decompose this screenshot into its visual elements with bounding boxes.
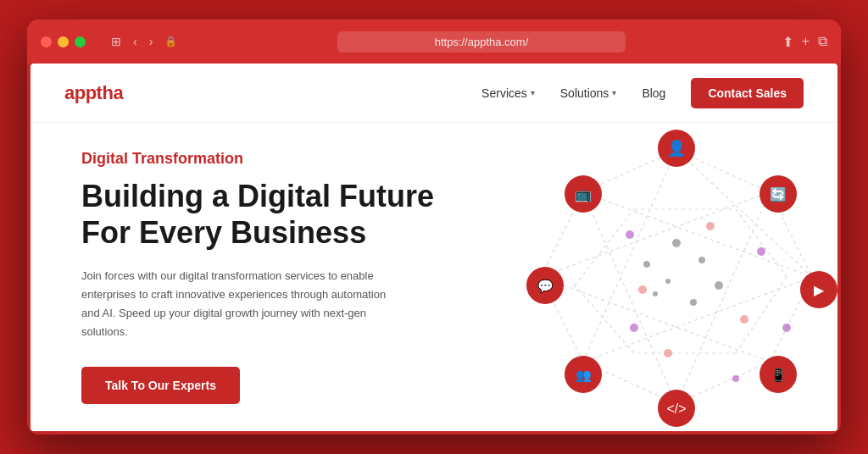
windows-icon[interactable]: ⧉ [818, 34, 827, 49]
browser-actions: ⬆ + ⧉ [782, 34, 827, 50]
address-bar [191, 31, 771, 53]
svg-point-28 [653, 291, 658, 296]
minimize-button[interactable] [58, 36, 69, 47]
url-input[interactable] [337, 31, 626, 53]
maximize-button[interactable] [75, 36, 86, 47]
network-visualization: 👤 📺 🔄 💬 ▶ 👥 [498, 125, 837, 429]
svg-line-17 [736, 209, 787, 277]
svg-point-31 [630, 324, 638, 332]
hero-subtitle: Digital Transformation [81, 150, 434, 168]
svg-point-29 [757, 247, 765, 256]
logo[interactable]: apptha [64, 82, 123, 104]
forward-button[interactable]: › [146, 34, 157, 49]
chevron-down-icon: ▾ [612, 88, 616, 97]
svg-line-11 [541, 277, 770, 362]
navbar: apptha Services ▾ Solutions ▾ Blog Conta… [31, 64, 837, 123]
svg-text:</>: </> [666, 401, 686, 416]
svg-line-21 [575, 209, 634, 285]
lock-icon: 🔒 [161, 35, 181, 48]
tab-icon[interactable]: ⊞ [108, 34, 125, 49]
hero-description: Join forces with our digital transformat… [81, 267, 395, 341]
svg-point-24 [715, 281, 723, 290]
svg-text:🔄: 🔄 [770, 186, 787, 202]
svg-text:▶: ▶ [814, 283, 825, 297]
close-button[interactable] [41, 36, 52, 47]
svg-point-25 [690, 299, 697, 306]
svg-point-23 [698, 257, 705, 263]
svg-point-22 [672, 239, 681, 247]
hero-title: Building a Digital Future For Every Busi… [81, 178, 434, 251]
add-tab-icon[interactable]: + [802, 34, 810, 49]
svg-point-32 [626, 230, 634, 239]
svg-line-18 [736, 277, 787, 353]
svg-text:💬: 💬 [537, 279, 554, 294]
browser-window: ⊞ ‹ › 🔒 ⬆ + ⧉ apptha Services ▾ Solut [27, 19, 841, 435]
svg-line-9 [676, 192, 770, 404]
svg-text:📱: 📱 [771, 368, 787, 383]
nav-solutions[interactable]: Solutions ▾ [560, 86, 617, 100]
svg-point-36 [664, 349, 672, 357]
svg-line-8 [676, 150, 812, 277]
svg-text:📺: 📺 [575, 186, 592, 202]
share-icon[interactable]: ⬆ [782, 34, 793, 50]
nav-blog[interactable]: Blog [642, 86, 665, 100]
contact-sales-button[interactable]: Contact Sales [691, 78, 804, 108]
svg-line-20 [575, 285, 634, 353]
svg-point-34 [706, 222, 715, 230]
svg-point-35 [638, 285, 647, 294]
svg-text:👤: 👤 [667, 139, 687, 158]
svg-point-27 [643, 261, 650, 268]
chevron-down-icon: ▾ [531, 88, 535, 97]
cta-button[interactable]: Talk To Our Experts [81, 367, 240, 404]
hero-text: Digital Transformation Building a Digita… [81, 150, 434, 404]
svg-point-30 [782, 324, 791, 332]
svg-text:👥: 👥 [576, 368, 592, 383]
browser-titlebar: ⊞ ‹ › 🔒 ⬆ + ⧉ [27, 19, 841, 64]
svg-point-26 [665, 279, 670, 284]
traffic-lights [41, 36, 86, 47]
browser-controls: ⊞ ‹ › 🔒 [108, 34, 181, 49]
svg-point-37 [740, 315, 748, 324]
svg-point-33 [732, 375, 739, 382]
back-button[interactable]: ‹ [130, 34, 141, 49]
nav-links: Services ▾ Solutions ▾ Blog [481, 86, 665, 100]
hero-section: Digital Transformation Building a Digita… [31, 123, 837, 431]
page-content: apptha Services ▾ Solutions ▾ Blog Conta… [31, 64, 837, 431]
nav-services[interactable]: Services ▾ [481, 86, 535, 100]
